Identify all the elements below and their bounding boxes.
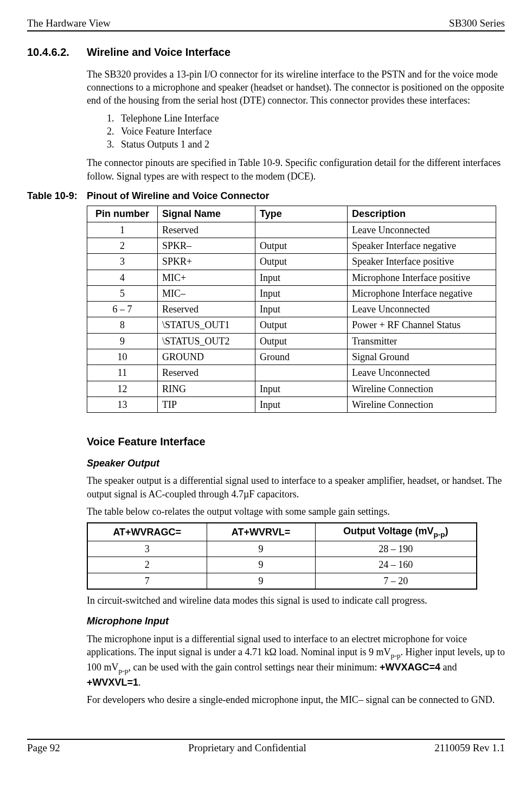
col-header: AT+WVRVL= xyxy=(207,523,315,541)
table-cell: Ground xyxy=(255,349,348,365)
table-cell: Output xyxy=(255,317,348,333)
table-row: 6 – 7ReservedInputLeave Unconnected xyxy=(87,302,496,317)
table-cell: 6 – 7 xyxy=(87,302,158,317)
microphone-input-heading: Microphone Input xyxy=(87,615,505,628)
list-item: Telephone Line Interface xyxy=(117,112,505,125)
col-header: Type xyxy=(255,206,348,222)
header-right: SB300 Series xyxy=(449,16,505,30)
table-row: 5MIC–InputMicrophone Interface negative xyxy=(87,285,496,301)
table-cell: Signal Ground xyxy=(348,349,496,365)
table-row: 2SPKR–OutputSpeaker Interface negative xyxy=(87,238,496,253)
table-cell: 1 xyxy=(87,222,158,238)
pinout-table: Pin number Signal Name Type Description … xyxy=(87,206,496,413)
table-cell: Power + RF Channel Status xyxy=(348,317,496,333)
table-cell: 9 xyxy=(207,541,315,557)
table-cell: Input xyxy=(255,270,348,285)
table-cell: MIC+ xyxy=(158,270,255,285)
list-item: Voice Feature Interface xyxy=(117,125,505,138)
table-cell: 3 xyxy=(87,541,207,557)
col-header: Pin number xyxy=(87,206,158,222)
table-cell: 4 xyxy=(87,270,158,285)
table-cell: Output xyxy=(255,254,348,270)
table-cell: Output xyxy=(255,333,348,349)
table-cell: SPKR– xyxy=(158,238,255,253)
table-cell: Reserved xyxy=(158,222,255,238)
page-header: The Hardware View SB300 Series xyxy=(27,16,505,31)
table-row: 3SPKR+OutputSpeaker Interface positive xyxy=(87,254,496,270)
table-cell: \STATUS_OUT2 xyxy=(158,333,255,349)
interface-list: Telephone Line Interface Voice Feature I… xyxy=(87,112,505,151)
table-cell: 13 xyxy=(87,397,158,412)
table-cell: Transmitter xyxy=(348,333,496,349)
col-header: Signal Name xyxy=(158,206,255,222)
table-caption: Table 10-9: Pinout of Wireline and Voice… xyxy=(27,189,505,202)
table-title: Pinout of Wireline and Voice Connector xyxy=(87,189,270,202)
footer-left: Page 92 xyxy=(27,741,60,755)
col-header: Description xyxy=(348,206,496,222)
table-header-row: Pin number Signal Name Type Description xyxy=(87,206,496,222)
table-cell: Wireline Connection xyxy=(348,397,496,412)
table-row: 4MIC+InputMicrophone Interface positive xyxy=(87,270,496,285)
table-row: 3928 – 190 xyxy=(87,541,477,557)
table-cell xyxy=(255,222,348,238)
footer-center: Proprietary and Confidential xyxy=(188,741,306,755)
footer-right: 2110059 Rev 1.1 xyxy=(434,741,505,755)
table-cell: 12 xyxy=(87,381,158,397)
table-cell: 3 xyxy=(87,254,158,270)
section-number: 10.4.6.2. xyxy=(27,45,87,60)
list-item: Status Outputs 1 and 2 xyxy=(117,138,505,151)
speaker-output-heading: Speaker Output xyxy=(87,457,505,470)
table-cell: 7 xyxy=(87,573,207,589)
header-left: The Hardware View xyxy=(27,16,111,30)
table-cell: 10 xyxy=(87,349,158,365)
table-cell: Leave Unconnected xyxy=(348,222,496,238)
table-cell: SPKR+ xyxy=(158,254,255,270)
table-cell xyxy=(255,365,348,381)
col-header: AT+WVRAGC= xyxy=(87,523,207,541)
table-cell: Reserved xyxy=(158,302,255,317)
table-row: 11ReservedLeave Unconnected xyxy=(87,365,496,381)
table-row: 797 – 20 xyxy=(87,573,477,589)
table-cell: Speaker Interface negative xyxy=(348,238,496,253)
table-cell: 8 xyxy=(87,317,158,333)
table-cell: Leave Unconnected xyxy=(348,302,496,317)
table-row: 8\STATUS_OUT1OutputPower + RF Channel St… xyxy=(87,317,496,333)
table-cell: TIP xyxy=(158,397,255,412)
page-footer: Page 92 Proprietary and Confidential 211… xyxy=(27,739,505,755)
table-cell: Microphone Interface negative xyxy=(348,285,496,301)
table-cell: 5 xyxy=(87,285,158,301)
voltage-table: AT+WVRAGC= AT+WVRVL= Output Voltage (mVp… xyxy=(87,522,477,590)
table-cell: GROUND xyxy=(158,349,255,365)
voice-heading: Voice Feature Interface xyxy=(87,434,505,449)
table-cell: 11 xyxy=(87,365,158,381)
table-cell: 7 – 20 xyxy=(315,573,477,589)
table-cell: Input xyxy=(255,285,348,301)
intro-paragraph: The SB320 provides a 13-pin I/O connecto… xyxy=(87,68,505,107)
table-cell: Speaker Interface positive xyxy=(348,254,496,270)
speaker-paragraph-2: The table below co-relates the output vo… xyxy=(87,505,505,518)
mic-paragraph-2: For developers who desire a single-ended… xyxy=(87,693,505,706)
table-row: 1ReservedLeave Unconnected xyxy=(87,222,496,238)
table-cell: Input xyxy=(255,397,348,412)
table-cell: 9 xyxy=(207,557,315,573)
table-cell: Input xyxy=(255,381,348,397)
table-row: 2924 – 160 xyxy=(87,557,477,573)
table-cell: 2 xyxy=(87,238,158,253)
table-cell: Output xyxy=(255,238,348,253)
table-row: 12RINGInputWireline Connection xyxy=(87,381,496,397)
col-header: Output Voltage (mVp-p) xyxy=(315,523,477,541)
table-cell: 9 xyxy=(87,333,158,349)
table-header-row: AT+WVRAGC= AT+WVRVL= Output Voltage (mVp… xyxy=(87,523,477,541)
table-row: 13TIPInputWireline Connection xyxy=(87,397,496,412)
table-cell: Reserved xyxy=(158,365,255,381)
table-row: 10GROUNDGroundSignal Ground xyxy=(87,349,496,365)
table-cell: 2 xyxy=(87,557,207,573)
table-row: 9\STATUS_OUT2OutputTransmitter xyxy=(87,333,496,349)
speaker-paragraph-3: In circuit-switched and wireline data mo… xyxy=(87,594,505,607)
table-cell: 28 – 190 xyxy=(315,541,477,557)
table-cell: Input xyxy=(255,302,348,317)
table-cell: RING xyxy=(158,381,255,397)
table-cell: \STATUS_OUT1 xyxy=(158,317,255,333)
table-cell: Leave Unconnected xyxy=(348,365,496,381)
section-title: Wireline and Voice Interface xyxy=(87,45,230,60)
